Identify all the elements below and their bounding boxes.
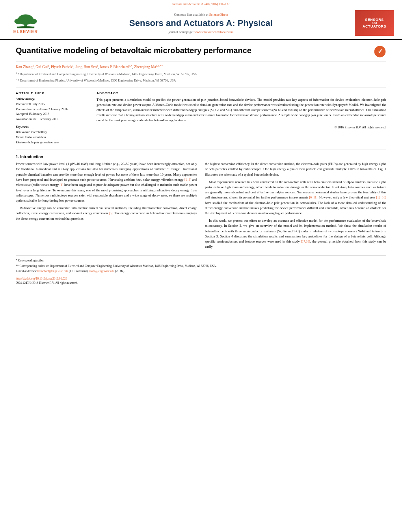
sciencedirect-link[interactable]: ScienceDirect: [209, 13, 228, 17]
journal-citation-bar: Sensors and Actuators A 240 (2016) 131–1…: [0, 0, 402, 7]
keyword-1: Betavoltaic microbattery: [16, 130, 89, 135]
ref-12-16[interactable]: [12–16]: [376, 196, 386, 199]
svg-text:✓: ✓: [378, 48, 383, 55]
affiliation-b: b ᵇ Department of Engineering Physics, U…: [16, 77, 386, 83]
author-gui-gui[interactable]: Gui Gui: [35, 65, 48, 69]
body-left-col: Power sources with low power level (1 μW…: [16, 161, 197, 252]
ref-5[interactable]: [5]: [109, 211, 112, 215]
author-piyush-pathak[interactable]: Piyush Pathak: [51, 65, 72, 69]
affiliation-a: a ᵃ Department of Electrical and Compute…: [16, 71, 386, 77]
body-para-3: the highest conversion efficiency. In th…: [205, 161, 386, 177]
svg-point-2: [15, 19, 23, 24]
journal-main-title: Sensors and Actuators A: Physical: [47, 18, 355, 28]
history-online: Available online 1 February 2016: [16, 117, 89, 122]
page-wrapper: Sensors and Actuators A 240 (2016) 131–1…: [0, 0, 402, 532]
article-info-header: ARTICLE INFO: [16, 91, 89, 95]
elsevier-brand-text: ELSEVIER: [13, 29, 38, 34]
body-para-5: In this work, we present our effort to d…: [205, 218, 386, 249]
body-two-col: Power sources with low power level (1 μW…: [16, 161, 386, 252]
footnote-section: * Corresponding author. ** Corresponding…: [16, 256, 386, 273]
author-zhenqiang-ma[interactable]: Zhenqiang Ma: [134, 65, 156, 69]
article-title: Quantitative modeling of betavoltaic mic…: [16, 45, 370, 56]
article-info-abstract-section: ARTICLE INFO Article history: Received 3…: [16, 87, 386, 145]
doi-link[interactable]: http://dx.doi.org/10.1016/j.sna.2016.01.…: [16, 277, 67, 280]
citation-text: Sensors and Actuators A 240 (2016) 131–1…: [172, 2, 229, 6]
keywords-label: Keywords:: [16, 125, 89, 129]
ref-1-3[interactable]: [1–3]: [184, 178, 191, 182]
logo-actuators-text: ACTUATORS: [363, 24, 386, 28]
email-mazq-link[interactable]: mazq@engr.wisc.edu: [89, 269, 114, 273]
logo-sensors-text: SENSORS: [365, 18, 384, 22]
body-right-col: the highest conversion efficiency. In th…: [205, 161, 386, 252]
keyword-3: Electron–hole pair generation rate: [16, 140, 89, 145]
body-para-1: Power sources with low power level (1 μW…: [16, 161, 197, 203]
article-history-label: Article history:: [16, 97, 89, 101]
body-para-4: Most experimental research has been cond…: [205, 180, 386, 216]
section-divider: [16, 150, 386, 150]
authors-line: Kan Zhanga, Gui Guia, Piyush Pathaka, Ju…: [16, 64, 386, 70]
journal-header: ELSEVIER Contents lists available at Sci…: [0, 7, 402, 40]
elsevier-logo: ELSEVIER: [4, 10, 47, 36]
journal-homepage: journal homepage: www.elsevier.com/locat…: [47, 30, 355, 34]
elsevier-tree-icon: [10, 13, 41, 28]
doi-line: http://dx.doi.org/10.1016/j.sna.2016.01.…: [16, 276, 386, 281]
footnote-star: * Corresponding author.: [16, 258, 386, 263]
journal-title-center: Contents lists available at ScienceDirec…: [47, 13, 355, 34]
sensors-actuators-logo: SENSORS and ACTUATORS: [355, 10, 394, 36]
page-footer: http://dx.doi.org/10.1016/j.sna.2016.01.…: [16, 276, 386, 285]
svg-point-3: [28, 19, 37, 24]
affiliations: a ᵃ Department of Electrical and Compute…: [16, 71, 386, 83]
author-james-blanchard[interactable]: James P. Blanchard: [100, 65, 129, 69]
abstract-text: This paper presents a simulation model t…: [97, 97, 386, 123]
ref-17-18[interactable]: [17,18]: [301, 240, 310, 243]
article-title-section: Quantitative modeling of betavoltaic mic…: [16, 45, 386, 61]
history-accepted: Accepted 15 January 2016: [16, 112, 89, 117]
history-revised: Received in revised form 2 January 2016: [16, 107, 89, 112]
author-jung-hun-seo[interactable]: Jung-Hun Seo: [75, 65, 97, 69]
body-para-2: Radioactive energy can be converted into…: [16, 206, 197, 221]
footnote-email-line: E-mail addresses: blanchard@engr.wisc.ed…: [16, 269, 386, 273]
keyword-2: Monte Carlo simulation: [16, 135, 89, 140]
footnote-doublestar: ** Corresponding author at: Department o…: [16, 264, 386, 268]
journal-homepage-link[interactable]: www.elsevier.com/locate/sna: [194, 30, 233, 34]
ref-6-11[interactable]: [6–11]: [309, 196, 317, 199]
author-kan-zhang[interactable]: Kan Zhang: [16, 65, 32, 69]
abstract-column: ABSTRACT This paper presents a simulatio…: [97, 91, 386, 145]
email-blanchard-link[interactable]: blanchard@engr.wisc.edu: [37, 269, 68, 273]
logo-and-text: and: [372, 22, 377, 24]
abstract-header: ABSTRACT: [97, 91, 386, 95]
crossmark-badge-icon: ✓: [374, 45, 386, 58]
article-info-column: ARTICLE INFO Article history: Received 3…: [16, 91, 89, 145]
ref-4[interactable]: [4]: [60, 183, 63, 187]
contents-available-text: Contents lists available at ScienceDirec…: [47, 13, 355, 17]
copyright-text: © 2016 Elsevier B.V. All rights reserved…: [97, 126, 386, 129]
main-content: Quantitative modeling of betavoltaic mic…: [0, 40, 402, 289]
svg-point-5: [17, 26, 34, 28]
history-received: Received 31 July 2015: [16, 102, 89, 107]
section-1-heading: 1. Introduction: [16, 155, 386, 159]
issn-line: 0924-4247/© 2016 Elsevier B.V. All right…: [16, 281, 386, 285]
